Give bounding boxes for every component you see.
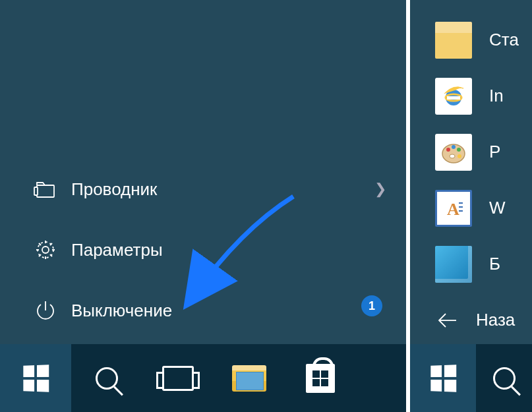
app-label: Ста: [489, 30, 519, 50]
svg-text:A: A: [447, 200, 459, 219]
app-label: Б: [489, 254, 500, 274]
annotation-badge-1: 1: [361, 295, 382, 316]
app-label: W: [489, 198, 506, 218]
power-label: Выключение: [71, 301, 172, 321]
power-menu-item[interactable]: Выключение: [33, 280, 406, 341]
settings-label: Параметры: [71, 240, 163, 260]
search-icon: [493, 367, 516, 390]
app-item-folder[interactable]: Ста: [435, 12, 532, 68]
start-button-2[interactable]: [410, 344, 476, 412]
back-button[interactable]: Наза: [410, 292, 532, 349]
svg-point-17: [458, 154, 461, 158]
app-item-notepad[interactable]: Б: [435, 236, 532, 292]
start-button[interactable]: [0, 344, 71, 412]
ie-icon: [435, 78, 472, 115]
taskbar-left: [0, 344, 406, 412]
svg-rect-1: [34, 187, 38, 195]
search-button-2[interactable]: [476, 344, 532, 412]
svg-rect-12: [447, 96, 460, 100]
svg-rect-0: [37, 185, 54, 197]
app-item-ie[interactable]: In: [435, 68, 532, 124]
store-taskbar-button[interactable]: [285, 344, 356, 412]
notepad-icon: [435, 246, 472, 283]
explorer-menu-item[interactable]: Проводник ❯: [33, 159, 406, 220]
wordpad-icon: A: [435, 190, 472, 227]
app-item-paint[interactable]: P: [435, 124, 532, 180]
power-icon: [33, 298, 58, 323]
search-button[interactable]: [71, 344, 142, 412]
arrow-left-icon: [435, 309, 459, 332]
explorer-icon: [33, 177, 58, 202]
taskbar-right: [410, 344, 532, 412]
svg-point-18: [450, 154, 455, 158]
app-item-wordpad[interactable]: A W: [435, 180, 532, 236]
folder-icon: [435, 22, 472, 59]
svg-point-2: [42, 247, 49, 253]
chevron-right-icon: ❯: [374, 181, 386, 198]
folder-icon: [232, 365, 266, 392]
gear-icon: [33, 237, 58, 262]
task-view-button[interactable]: [142, 344, 214, 412]
app-label: In: [489, 86, 504, 106]
svg-point-14: [446, 148, 450, 152]
explorer-label: Проводник: [71, 179, 157, 200]
app-label: P: [489, 142, 500, 162]
store-icon: [306, 364, 335, 393]
file-explorer-taskbar-button[interactable]: [214, 344, 285, 412]
svg-point-16: [457, 148, 461, 152]
windows-logo-icon: [430, 365, 456, 392]
search-icon: [96, 367, 118, 390]
paint-icon: [435, 134, 472, 171]
svg-point-15: [452, 145, 456, 149]
task-view-icon: [162, 366, 194, 391]
settings-menu-item[interactable]: Параметры: [33, 220, 406, 280]
windows-logo-icon: [23, 365, 49, 392]
back-label: Наза: [476, 310, 515, 330]
